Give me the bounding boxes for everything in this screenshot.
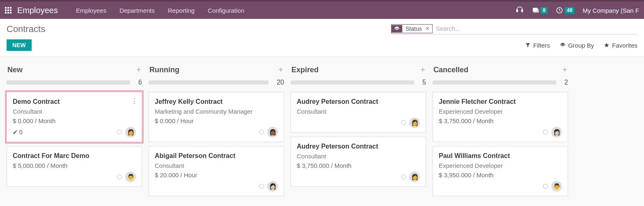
avatar[interactable]: 👩 <box>409 117 420 128</box>
breadcrumb: Contracts <box>7 24 45 34</box>
search-input[interactable] <box>435 24 637 33</box>
nav-reporting[interactable]: Reporting <box>161 7 201 14</box>
nav-employees[interactable]: Employees <box>69 7 113 14</box>
column-count: 6 <box>138 79 142 86</box>
column-title[interactable]: Expired <box>291 66 319 74</box>
column-title[interactable]: New <box>7 66 23 74</box>
status-dot[interactable] <box>401 120 406 125</box>
new-button[interactable]: NEW <box>7 39 32 51</box>
layers-icon <box>392 25 402 32</box>
card-menu-icon[interactable]: ⋮ <box>131 97 138 105</box>
svg-rect-7 <box>7 12 9 14</box>
card-subtitle: Experienced Developer <box>439 162 562 169</box>
column-add-icon[interactable]: + <box>420 65 425 75</box>
company-switcher[interactable]: My Company (San F <box>582 7 639 14</box>
column-header: New+ <box>7 64 142 76</box>
activities-badge: 48 <box>565 7 574 14</box>
column-title[interactable]: Cancelled <box>433 66 468 74</box>
column-progress: 20 <box>149 79 284 86</box>
messages-icon[interactable]: 8 <box>532 7 548 14</box>
kanban-card[interactable]: Audrey Peterson ContractConsultant👩 <box>291 92 426 133</box>
progress-bar[interactable] <box>149 80 268 85</box>
status-dot[interactable] <box>401 174 406 179</box>
avatar[interactable]: 👩 <box>409 172 420 182</box>
kanban-card[interactable]: Audrey Peterson ContractConsultant$ 3,75… <box>291 137 426 187</box>
column-add-icon[interactable]: + <box>278 65 283 75</box>
activities-icon[interactable]: 48 <box>556 7 574 14</box>
kanban-column: Expired+5Audrey Peterson ContractConsult… <box>291 64 426 200</box>
progress-bar[interactable] <box>7 80 130 85</box>
card-title: Demo Contract <box>13 98 136 105</box>
voip-icon[interactable] <box>516 7 523 14</box>
status-dot[interactable] <box>543 184 548 189</box>
groupby-label: Group By <box>568 42 594 49</box>
kanban-card[interactable]: Jeffrey Kelly ContractMarketing and Comm… <box>149 92 284 142</box>
avatar[interactable]: 👨 <box>125 172 136 182</box>
progress-bar[interactable] <box>433 80 556 85</box>
card-title: Paul Williams Contract <box>439 152 562 160</box>
card-right: 👩🏻 <box>543 127 562 137</box>
search-options: Filters Group By Favorites <box>525 42 637 49</box>
card-footer: 0👩 <box>13 127 136 137</box>
avatar[interactable]: 👩🏻 <box>551 127 562 137</box>
avatar[interactable]: 👩 <box>125 127 136 137</box>
kanban-column: Running+20Jeffrey Kelly ContractMarketin… <box>149 64 284 200</box>
search-area: Status ✕ <box>391 24 637 34</box>
column-header: Expired+ <box>291 64 426 76</box>
kanban-card[interactable]: Abigail Peterson ContractConsultant$ 20.… <box>149 146 284 196</box>
column-header: Running+ <box>149 64 284 76</box>
progress-bar[interactable] <box>291 80 414 85</box>
card-sign: 0 <box>13 129 23 135</box>
messages-badge: 8 <box>541 7 548 14</box>
svg-rect-9 <box>517 10 518 12</box>
column-progress: 5 <box>291 79 426 86</box>
column-add-icon[interactable]: + <box>562 65 567 75</box>
card-wage: $ 0.000 / Hour <box>155 117 278 124</box>
kanban-card[interactable]: ⋮Demo ContractConsultant$ 0.000 / Month0… <box>7 92 142 142</box>
avatar[interactable]: 👩🏻 <box>267 181 278 192</box>
search-facet-status[interactable]: Status ✕ <box>391 24 433 33</box>
column-progress: 2 <box>433 79 568 86</box>
avatar[interactable]: 👨 <box>551 181 562 192</box>
status-dot[interactable] <box>117 174 122 179</box>
nav-configuration[interactable]: Configuration <box>201 7 251 14</box>
status-dot[interactable] <box>117 130 122 135</box>
apps-icon[interactable] <box>5 7 11 14</box>
card-subtitle: Consultant <box>13 108 136 115</box>
card-title: Audrey Peterson Contract <box>297 98 420 105</box>
svg-rect-8 <box>10 12 11 14</box>
svg-rect-10 <box>522 10 523 12</box>
column-count: 5 <box>422 79 426 86</box>
kanban-card[interactable]: Contract For Marc Demo$ 5,000.000 / Mont… <box>7 146 142 187</box>
nav-departments[interactable]: Departments <box>113 7 161 14</box>
app-brand[interactable]: Employees <box>17 6 58 15</box>
status-dot[interactable] <box>259 130 264 135</box>
card-wage: $ 20.000 / Hour <box>155 172 278 179</box>
groupby-menu[interactable]: Group By <box>560 42 594 49</box>
kanban-card[interactable]: Jennie Fletcher ContractExperienced Deve… <box>433 92 568 142</box>
column-count: 2 <box>564 79 568 86</box>
filters-menu[interactable]: Filters <box>525 42 550 49</box>
favorites-menu[interactable]: Favorites <box>604 42 637 49</box>
card-wage: $ 3,750.000 / Month <box>297 162 420 169</box>
card-subtitle: Consultant <box>297 153 420 160</box>
column-title[interactable]: Running <box>149 66 179 74</box>
avatar[interactable]: 👩🏾 <box>267 127 278 137</box>
column-add-icon[interactable]: + <box>136 65 141 75</box>
status-dot[interactable] <box>259 184 264 189</box>
facet-remove-icon[interactable]: ✕ <box>424 25 432 32</box>
column-progress: 6 <box>7 79 142 86</box>
card-wage: $ 3,750.000 / Month <box>439 117 562 124</box>
topbar-right: 8 48 My Company (San F <box>516 7 639 14</box>
status-dot[interactable] <box>543 130 548 135</box>
card-right: 👩 <box>117 127 136 137</box>
kanban-card[interactable]: Paul Williams ContractExperienced Develo… <box>433 146 568 196</box>
card-right: 👩🏾 <box>259 127 278 137</box>
card-footer: 👨 <box>439 181 562 192</box>
card-wage: $ 5,000.000 / Month <box>13 162 136 169</box>
card-footer: 👩 <box>297 117 420 128</box>
card-wage: $ 0.000 / Month <box>13 117 136 124</box>
column-count: 20 <box>277 79 284 86</box>
star-icon <box>604 42 610 48</box>
card-title: Jeffrey Kelly Contract <box>155 98 278 105</box>
